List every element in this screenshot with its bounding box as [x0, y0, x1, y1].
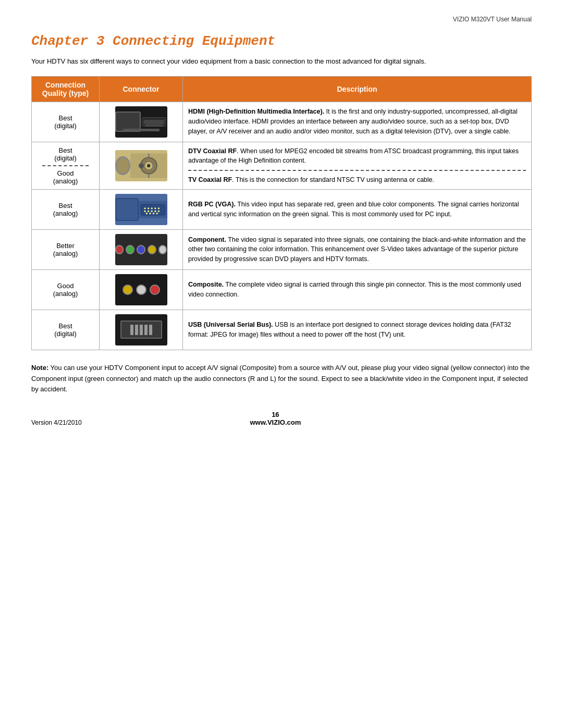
table-row: Better(analog) Component. The video sign…	[32, 229, 532, 269]
svg-point-23	[149, 213, 151, 214]
svg-point-19	[151, 210, 152, 212]
table-row: Best(analog)	[32, 189, 532, 229]
page-footer: Version 4/21/2010 16 www.VIZIO.com	[31, 411, 532, 426]
svg-rect-1	[143, 120, 164, 124]
svg-point-20	[154, 210, 156, 212]
page-header: VIZIO M320VT User Manual	[31, 16, 532, 23]
svg-point-24	[153, 213, 154, 214]
note-section: Note: You can use your HDTV Component in…	[31, 363, 532, 395]
note-text: You can use your HDTV Component input to…	[31, 364, 530, 393]
intro-text: Your HDTV has six different ways to conn…	[31, 56, 532, 67]
desc-cell-composite: Composite. The complete video signal is …	[183, 269, 532, 310]
quality-cell-composite: Good(analog)	[32, 269, 100, 310]
table-row: Best(digital) Good(analog) DT	[32, 142, 532, 189]
svg-point-25	[156, 213, 157, 214]
desc-cell-component: Component. The video signal is separated…	[183, 229, 532, 269]
connector-cell-vga	[100, 189, 183, 229]
connector-cell-usb	[100, 310, 183, 350]
desc-bold-composite: Composite.	[188, 281, 224, 288]
th-description: Description	[183, 76, 532, 102]
svg-point-12	[144, 207, 145, 209]
desc-bold-vga: RGB PC (VGA).	[188, 201, 236, 208]
desc-cell-usb: USB (Universal Serial Bus). USB is an in…	[183, 310, 532, 350]
th-connector: Connector	[100, 76, 183, 102]
desc-bold-hdmi: HDMI (High-Definition Multimedia Interfa…	[188, 108, 324, 115]
desc-cell-hdmi: HDMI (High-Definition Multimedia Interfa…	[183, 102, 532, 142]
header-title: VIZIO M320VT User Manual	[453, 16, 532, 23]
desc-bold-component: Component.	[188, 236, 226, 243]
table-row: Best(digital) HDMI (High-Definition Mult…	[32, 102, 532, 142]
svg-point-17	[144, 210, 145, 212]
desc-bold-usb: USB (Universal Serial Bus).	[188, 321, 273, 328]
table-row: Best(digital) USB (Universal Serial Bus)…	[32, 310, 532, 350]
quality-cell-hdmi: Best(digital)	[32, 102, 100, 142]
note-label: Note:	[31, 364, 48, 372]
table-row: Good(analog) Composite. The complete vid…	[32, 269, 532, 310]
desc-cell-vga: RGB PC (VGA). This video input has separ…	[183, 189, 532, 229]
desc-bold-dtv: DTV Coaxial RF	[188, 147, 237, 155]
component-icon	[115, 234, 167, 265]
svg-point-15	[154, 207, 156, 209]
hdmi-icon	[115, 106, 167, 138]
desc-bold-tv: TV Coaxial RF	[188, 176, 232, 183]
connector-cell-composite	[100, 269, 183, 310]
chapter-title: Chapter 3 Connecting Equipment	[31, 33, 532, 49]
connector-cell-component	[100, 229, 183, 269]
svg-point-14	[151, 207, 152, 209]
quality-cell-vga: Best(analog)	[32, 189, 100, 229]
svg-point-13	[148, 207, 149, 209]
composite-icon	[115, 274, 167, 305]
usb-icon	[115, 314, 167, 346]
coax-icon	[115, 150, 167, 181]
th-quality: Connection Quality (type)	[32, 76, 100, 102]
svg-point-7	[147, 164, 150, 167]
quality-cell-coax: Best(digital) Good(analog)	[32, 142, 100, 189]
quality-cell-component: Better(analog)	[32, 229, 100, 269]
svg-point-22	[145, 213, 147, 214]
connector-cell-coax	[100, 142, 183, 189]
footer-page: 16 www.VIZIO.com	[250, 411, 301, 426]
connector-cell-hdmi	[100, 102, 183, 142]
svg-point-18	[148, 210, 149, 212]
footer-version: Version 4/21/2010	[31, 419, 82, 426]
svg-point-16	[157, 207, 159, 209]
desc-cell-coax: DTV Coaxial RF. When used for MPEG2 enco…	[183, 142, 532, 189]
quality-cell-usb: Best(digital)	[32, 310, 100, 350]
dashed-divider	[188, 170, 526, 171]
svg-point-21	[157, 210, 159, 212]
vga-icon	[115, 194, 167, 225]
connection-table: Connection Quality (type) Connector Desc…	[31, 76, 532, 350]
